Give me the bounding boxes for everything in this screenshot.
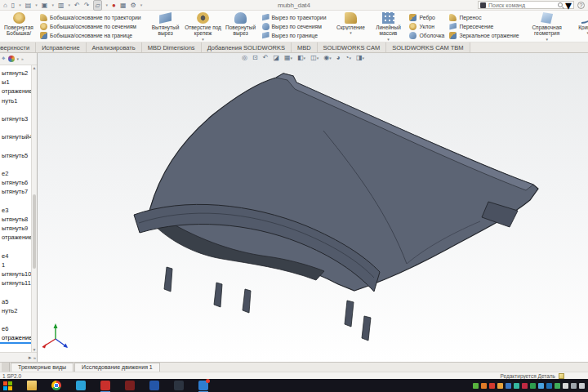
hole-wizard-button[interactable]: Отверстие под крепеж ▾ [185,11,222,42]
feature-tree-item[interactable]: нуть2 [0,307,31,316]
feature-tree-item[interactable]: а5 [0,298,31,307]
tab-3d-views[interactable]: Трехмерные виды [11,363,74,372]
scroll-corner-icon[interactable]: » [33,355,36,360]
tray-icon[interactable] [497,383,503,389]
feature-tree-item[interactable] [0,124,31,133]
feature-tree-item[interactable]: ытянуть3 [0,115,31,124]
scroll-up-icon[interactable]: ▲ [32,65,37,70]
feature-tree-item[interactable]: ытянуть6 [0,179,31,188]
scroll-right-icon[interactable]: ► [28,355,33,360]
dark-tile-app-icon[interactable] [174,381,184,390]
search-input[interactable] [488,2,555,8]
panel-caret-icon[interactable]: ▾ [17,56,20,61]
feature-tree-item[interactable]: е4 [0,252,31,261]
feature-tree-item[interactable]: ытянуть9 [0,225,31,234]
graphics-viewport[interactable]: ◎ ⊡ ↶ ◪ ▦▾ ◧▾ ◫▾ ◉▾ ◕ ◔▾ ◨▾ [38,53,588,362]
feature-tree-item[interactable]: е2 [0,170,31,179]
tab-surfaces[interactable]: Поверхности [0,42,36,52]
telegram-icon[interactable] [76,381,86,390]
start-button[interactable] [3,381,12,390]
swept-boss-button[interactable]: Бобышка/основание по траектории [40,13,141,21]
intersect-button[interactable]: Пересечение [449,22,519,30]
boundary-cut-button[interactable]: Вырез по границе [262,31,327,39]
tray-icon[interactable] [579,383,585,389]
dark-red-app-icon[interactable] [125,381,135,390]
curves-button[interactable]: Кривые ▾ [569,11,588,42]
open-icon[interactable]: ▤ [25,1,32,10]
new-caret-icon[interactable]: ▾ [19,2,21,7]
red-app-icon[interactable] [100,381,110,390]
feature-tree-item[interactable]: ытянуть7 [0,188,31,197]
tray-icon[interactable] [489,383,495,389]
display-manager-tab-icon[interactable] [8,56,15,62]
feature-tree-item[interactable] [0,106,31,115]
tab-evaluate[interactable]: Анализировать [87,42,142,52]
view-settings-icon[interactable]: ◨▾ [356,54,364,62]
feature-tree-item[interactable]: ытянуть11 [0,279,31,288]
help-icon[interactable]: ? [577,2,585,9]
reference-geometry-button[interactable]: Справочная геометрия ▾ [525,11,569,42]
tab-mbd[interactable]: MBD [292,42,318,52]
search-caret-icon[interactable]: ▾ [565,0,572,13]
print-icon[interactable]: ▥ [58,1,65,10]
options-caret-icon[interactable]: ▾ [140,2,143,7]
fillet-button[interactable]: Скругление ▾ [332,11,369,42]
rib-button[interactable]: Ребро [409,13,444,21]
feature-tree-item[interactable] [0,243,31,252]
panel-expand-icon[interactable]: » [21,56,24,61]
previous-view-icon[interactable]: ↶ [263,54,269,62]
zoom-to-area-icon[interactable]: ⊡ [252,54,258,62]
feature-tree-item[interactable]: 1 [0,261,31,270]
search-icon[interactable] [558,2,563,7]
command-search[interactable]: ▾ [478,1,574,9]
window-icon[interactable]: ▦ [120,1,127,10]
feature-tree-item[interactable] [0,198,31,207]
tray-icon[interactable] [571,383,577,389]
tray-icon[interactable] [546,383,552,389]
tray-icon[interactable] [473,383,479,389]
lofted-cut-button[interactable]: Вырез по сечениям [262,22,327,30]
open-caret-icon[interactable]: ▾ [35,2,38,7]
tab-motion-study[interactable]: Исследование движения 1 [74,363,160,372]
tray-icon[interactable] [538,383,544,389]
feature-tree-item[interactable]: нуть1 [0,97,31,106]
undo-icon[interactable]: ↶ [74,1,80,10]
selection-tool-icon[interactable]: ▱ [93,0,101,11]
tray-icon[interactable] [514,383,519,389]
tray-icon[interactable] [563,383,568,389]
file-explorer-icon[interactable] [27,381,37,390]
tray-icon[interactable] [555,383,560,389]
home-icon[interactable]: ⌂ [3,1,7,10]
save-icon[interactable]: ▣ [42,1,48,10]
redo-icon[interactable]: ↷ [84,1,90,10]
print-caret-icon[interactable]: ▾ [68,2,70,7]
search-scope-icon[interactable] [480,2,486,8]
options-gear-icon[interactable]: ⚙ [130,1,136,10]
view-orientation-icon[interactable]: ◧▾ [297,54,305,62]
tab-repair[interactable]: Исправление [36,42,86,52]
swept-cut-button[interactable]: Вырез по траектории [262,13,327,21]
wrap-button[interactable]: Перенос [449,13,519,21]
featuremanager-tree-tab-icon[interactable]: ⌖ [2,55,6,63]
blue-c-app-icon[interactable] [149,381,159,390]
shell-button[interactable]: Оболочка [409,31,444,39]
feature-tree-item[interactable]: ытянуть8 [0,216,31,225]
select-caret-icon[interactable]: ▾ [106,2,109,7]
feature-tree-item[interactable]: отражение4 [0,334,31,343]
tray-icon[interactable] [506,383,511,389]
display-style-icon[interactable]: ◫▾ [310,54,318,62]
feature-tree-item[interactable] [0,316,31,325]
feature-tree-item[interactable] [0,161,31,170]
feature-tree-item[interactable]: е3 [0,207,31,216]
feature-tree-item[interactable]: отражение2 [0,87,31,96]
model-tab-fragment[interactable] [2,363,10,372]
feature-tree-item[interactable]: ытянуть10 [0,270,31,279]
record-macro-icon[interactable]: ● [112,1,116,10]
feature-tree-item[interactable]: ытянуть2 [0,69,31,78]
feature-tree-item[interactable]: ытянутый4 [0,133,31,142]
feature-tree-item[interactable]: ытянуть5 [0,152,31,161]
feature-tree-item[interactable]: ы1 [0,78,31,87]
draft-button[interactable]: Уклон [409,22,444,30]
chrome-icon[interactable] [51,381,61,390]
extruded-cut-button[interactable]: Вытянутый вырез [147,11,185,42]
